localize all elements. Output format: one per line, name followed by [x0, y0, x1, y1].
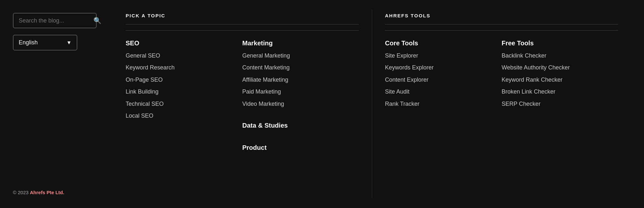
- link-website-authority-checker[interactable]: Website Authority Checker: [502, 64, 618, 71]
- pick-topic-columns: SEO General SEO Keyword Research On-Page…: [126, 36, 359, 157]
- language-select[interactable]: English ▼: [13, 35, 77, 50]
- search-input[interactable]: [19, 17, 93, 24]
- left-sidebar: 🔍 English ▼: [13, 10, 113, 198]
- main-container: 🔍 English ▼ PICK A TOPIC SEO General SEO…: [0, 0, 644, 208]
- pick-topic-title: PICK A TOPIC: [126, 13, 359, 24]
- free-tools-header: Free Tools: [502, 40, 618, 47]
- link-keywords-explorer[interactable]: Keywords Explorer: [385, 64, 502, 71]
- marketing-header: Marketing: [242, 40, 359, 47]
- link-local-seo[interactable]: Local SEO: [126, 112, 242, 120]
- link-rank-tracker[interactable]: Rank Tracker: [385, 100, 502, 108]
- company-name: Ahrefs Pte Ltd.: [30, 190, 64, 195]
- link-content-explorer[interactable]: Content Explorer: [385, 76, 502, 84]
- pick-topic-divider: [126, 30, 359, 31]
- search-box: 🔍: [13, 13, 97, 28]
- data-studies-header: Data & Studies: [242, 122, 359, 129]
- ahrefs-tools-divider: [385, 30, 618, 31]
- link-keyword-research[interactable]: Keyword Research: [126, 64, 242, 71]
- ahrefs-tools-columns: Core Tools Site Explorer Keywords Explor…: [385, 36, 618, 112]
- link-general-seo[interactable]: General SEO: [126, 52, 242, 59]
- link-link-building[interactable]: Link Building: [126, 88, 242, 95]
- marketing-column: Marketing General Marketing Content Mark…: [242, 36, 359, 157]
- chevron-down-icon: ▼: [66, 40, 72, 46]
- free-tools-column: Free Tools Backlink Checker Website Auth…: [502, 36, 618, 112]
- link-technical-seo[interactable]: Technical SEO: [126, 100, 242, 108]
- link-general-marketing[interactable]: General Marketing: [242, 52, 359, 59]
- link-site-audit[interactable]: Site Audit: [385, 88, 502, 95]
- ahrefs-tools-title: AHREFS TOOLS: [385, 13, 618, 24]
- link-affiliate-marketing[interactable]: Affiliate Marketing: [242, 76, 359, 84]
- link-backlink-checker[interactable]: Backlink Checker: [502, 52, 618, 59]
- link-video-marketing[interactable]: Video Marketing: [242, 100, 359, 108]
- link-broken-link-checker[interactable]: Broken Link Checker: [502, 88, 618, 95]
- language-label: English: [19, 39, 38, 46]
- link-site-explorer[interactable]: Site Explorer: [385, 52, 502, 59]
- link-paid-marketing[interactable]: Paid Marketing: [242, 88, 359, 95]
- link-keyword-rank-checker[interactable]: Keyword Rank Checker: [502, 76, 618, 84]
- seo-column: SEO General SEO Keyword Research On-Page…: [126, 36, 242, 157]
- product-header: Product: [242, 144, 359, 151]
- pick-topic-section: PICK A TOPIC SEO General SEO Keyword Res…: [113, 10, 372, 198]
- link-serp-checker[interactable]: SERP Checker: [502, 100, 618, 108]
- copyright: © 2023 Ahrefs Pte Ltd.: [13, 190, 64, 195]
- core-tools-column: Core Tools Site Explorer Keywords Explor…: [385, 36, 502, 112]
- search-icon[interactable]: 🔍: [93, 17, 101, 24]
- link-on-page-seo[interactable]: On-Page SEO: [126, 76, 242, 84]
- seo-header: SEO: [126, 40, 242, 47]
- link-content-marketing[interactable]: Content Marketing: [242, 64, 359, 71]
- ahrefs-tools-section: AHREFS TOOLS Core Tools Site Explorer Ke…: [372, 10, 631, 198]
- core-tools-header: Core Tools: [385, 40, 502, 47]
